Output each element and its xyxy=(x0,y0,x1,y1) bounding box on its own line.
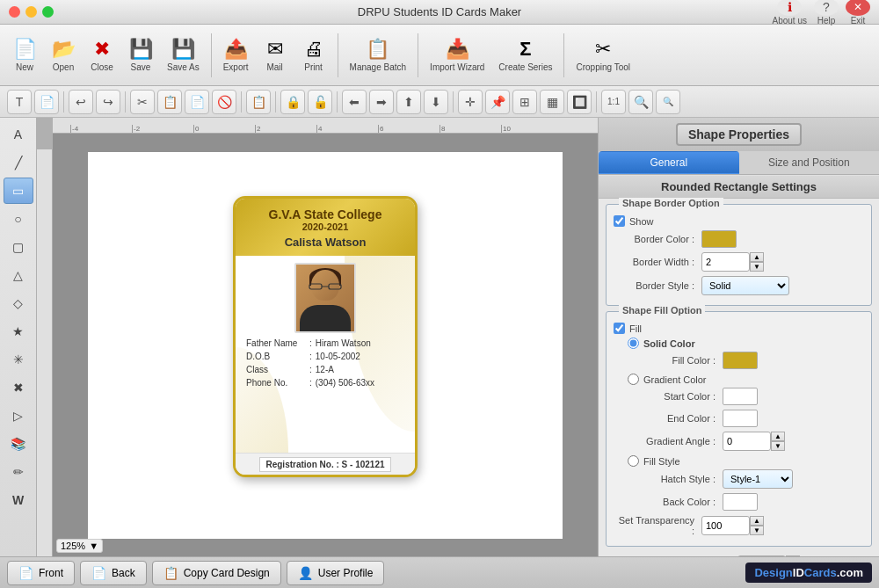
move-left-button[interactable]: ⬅ xyxy=(342,90,367,114)
rotation-input[interactable] xyxy=(737,555,786,556)
delete-button[interactable]: 🚫 xyxy=(212,90,236,114)
minimize-window-button[interactable] xyxy=(25,6,37,18)
rotation-up[interactable]: ▲ xyxy=(786,555,800,556)
paste-button[interactable]: 📄 xyxy=(185,90,209,114)
start-color-picker[interactable] xyxy=(723,388,758,405)
gradient-angle-down[interactable]: ▼ xyxy=(771,441,785,451)
fill-color-picker[interactable] xyxy=(723,352,758,369)
border-color-picker[interactable] xyxy=(701,230,737,248)
actual-size-button[interactable]: 1:1 xyxy=(601,90,626,114)
end-color-picker[interactable] xyxy=(723,410,758,427)
pin-button[interactable]: 📌 xyxy=(485,90,510,114)
duplicate-button[interactable]: 📋 xyxy=(246,90,271,114)
maximize-window-button[interactable] xyxy=(42,6,54,18)
page-button[interactable]: 📄 xyxy=(34,90,59,114)
gradient-angle-spinner: ▲ ▼ xyxy=(771,432,785,451)
border-width-input[interactable] xyxy=(701,252,750,272)
create-series-button[interactable]: Σ Create Series xyxy=(493,34,557,76)
zoom-in-button[interactable]: 🔍 xyxy=(628,90,653,114)
text-tool[interactable]: W xyxy=(4,487,33,513)
fill-style-radio[interactable] xyxy=(628,455,639,467)
left-tools-panel: A ╱ ▭ ○ ▢ △ ◇ ★ ✳ ✖ ▷ 📚 ✏ W xyxy=(0,118,37,556)
move-down-button[interactable]: ⬇ xyxy=(424,90,448,114)
ruler-left xyxy=(37,149,53,556)
show-checkbox-row: Show xyxy=(614,215,864,227)
pattern-button[interactable]: ▦ xyxy=(540,90,564,114)
back-color-picker[interactable] xyxy=(723,493,758,511)
user-profile-button[interactable]: 👤 User Profile xyxy=(287,561,385,585)
triangle-tool[interactable]: △ xyxy=(4,262,33,288)
unlock-button[interactable]: 🔓 xyxy=(308,90,332,114)
transparency-up[interactable]: ▲ xyxy=(750,516,764,526)
text-tool-button[interactable]: T xyxy=(7,90,32,114)
canvas-workspace[interactable]: G.V.A State College 2020-2021 Calista Wa… xyxy=(88,152,563,539)
arrow-tool[interactable]: ▷ xyxy=(4,403,33,429)
transparency-input[interactable] xyxy=(701,516,750,535)
snowflake-tool[interactable]: ✳ xyxy=(4,346,33,373)
print-button[interactable]: 🖨 Print xyxy=(296,34,331,76)
field-label-0: Father Name xyxy=(246,338,306,348)
gradient-color-radio[interactable] xyxy=(628,374,639,385)
about-action[interactable]: ℹ About us xyxy=(773,0,807,25)
border-width-up[interactable]: ▲ xyxy=(750,252,764,262)
line-tool[interactable]: ╱ xyxy=(4,149,33,176)
close-button[interactable]: ✖ Close xyxy=(84,34,120,76)
open-button[interactable]: 📂 Open xyxy=(46,34,81,76)
actual-size-icon: 1:1 xyxy=(607,97,620,106)
diamond-tool[interactable]: ◇ xyxy=(4,290,33,316)
frame-button[interactable]: 🔲 xyxy=(567,90,592,114)
show-checkbox[interactable] xyxy=(614,215,625,227)
sec-sep-2 xyxy=(125,91,126,113)
grid-icon: ⊞ xyxy=(519,95,530,109)
back-color-row: Back Color : xyxy=(635,493,864,511)
export-button[interactable]: 📤 Export xyxy=(218,34,254,76)
toolbar-sep-4 xyxy=(563,33,564,77)
pen-tool[interactable]: ✏ xyxy=(4,459,33,485)
close-window-button[interactable] xyxy=(9,6,20,18)
gradient-angle-input[interactable] xyxy=(723,432,771,451)
zoom-dropdown-icon[interactable]: ▼ xyxy=(89,541,98,551)
saveas-button[interactable]: 💾 Save As xyxy=(162,34,205,76)
copy-card-design-button[interactable]: 📋 Copy Card Design xyxy=(152,561,281,585)
back-button[interactable]: 📄 Back xyxy=(80,561,147,585)
manage-batch-button[interactable]: 📋 Manage Batch xyxy=(345,34,412,76)
grid-button[interactable]: ⊞ xyxy=(512,90,537,114)
cropping-tool-button[interactable]: ✂ Cropping Tool xyxy=(570,34,636,76)
move-right-icon: ➡ xyxy=(376,95,387,109)
round-rect-tool[interactable]: ▢ xyxy=(4,234,33,260)
import-wizard-button[interactable]: 📥 Import Wizard xyxy=(425,34,490,76)
cut-button[interactable]: ✂ xyxy=(130,90,155,114)
save-button[interactable]: 💾 Save xyxy=(123,34,158,76)
mail-button[interactable]: ✉ Mail xyxy=(258,34,293,76)
move-up-button[interactable]: ⬆ xyxy=(396,90,421,114)
help-action[interactable]: ? Help xyxy=(814,0,839,25)
exit-action[interactable]: ✕ Exit xyxy=(846,0,870,25)
new-button[interactable]: 📄 New xyxy=(7,34,42,76)
rect-tool[interactable]: ▭ xyxy=(4,178,33,204)
border-style-select[interactable]: Solid Dashed Dotted xyxy=(701,276,789,295)
transparency-down[interactable]: ▼ xyxy=(750,526,764,535)
book-tool[interactable]: 📚 xyxy=(4,431,33,457)
solid-color-radio[interactable] xyxy=(628,338,639,349)
star-tool[interactable]: ★ xyxy=(4,318,33,345)
ellipse-tool[interactable]: ○ xyxy=(4,206,33,232)
undo-button[interactable]: ↩ xyxy=(69,90,93,114)
front-button[interactable]: 📄 Front xyxy=(7,561,75,585)
gradient-angle-label: Gradient Angle : xyxy=(635,436,723,446)
border-width-down[interactable]: ▼ xyxy=(750,262,764,272)
tab-size-position[interactable]: Size and Position xyxy=(739,151,880,174)
hatch-style-select[interactable]: Style-1 Style-2 Style-3 xyxy=(723,469,793,489)
fill-checkbox[interactable] xyxy=(614,323,625,334)
show-label: Show xyxy=(629,216,654,227)
cross-tool[interactable]: ✖ xyxy=(4,374,33,401)
move-right-button[interactable]: ➡ xyxy=(369,90,394,114)
tab-general[interactable]: General xyxy=(599,151,739,174)
redo-button[interactable]: ↪ xyxy=(96,90,120,114)
help-icon: ? xyxy=(814,0,839,16)
center-button[interactable]: ✛ xyxy=(458,90,483,114)
copy-button[interactable]: 📋 xyxy=(157,90,182,114)
select-tool[interactable]: A xyxy=(4,121,33,148)
lock-button[interactable]: 🔒 xyxy=(280,90,305,114)
gradient-angle-up[interactable]: ▲ xyxy=(771,432,785,441)
zoom-out-button[interactable]: 🔍 xyxy=(656,90,680,114)
